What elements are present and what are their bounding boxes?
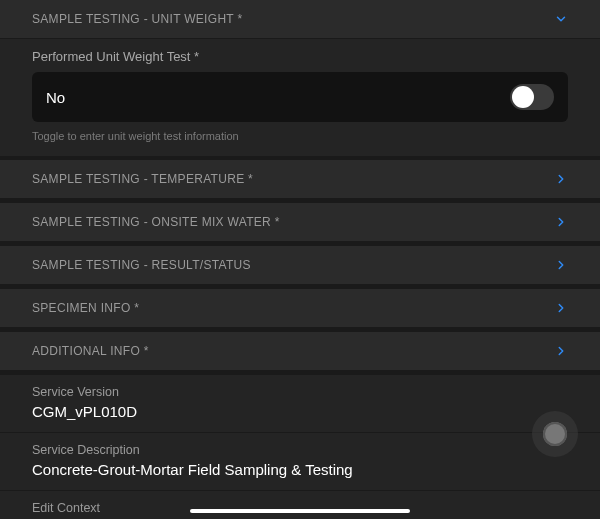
- home-indicator: [190, 509, 410, 513]
- record-icon: [543, 422, 567, 446]
- info-edit-context: Edit Context INSERT: [0, 491, 600, 519]
- info-service-version: Service Version CGM_vPL010D: [0, 375, 600, 433]
- chevron-right-icon: [554, 215, 568, 229]
- service-version-value: CGM_vPL010D: [32, 403, 568, 420]
- info-service-description: Service Description Concrete-Grout-Morta…: [0, 433, 600, 491]
- section-additional-info[interactable]: ADDITIONAL INFO *: [0, 332, 600, 371]
- service-description-label: Service Description: [32, 443, 568, 457]
- floating-action-button[interactable]: [532, 411, 578, 457]
- unit-weight-helper: Toggle to enter unit weight test informa…: [32, 130, 568, 142]
- chevron-right-icon: [554, 344, 568, 358]
- section-unit-weight-title: SAMPLE TESTING - UNIT WEIGHT *: [32, 12, 242, 26]
- unit-weight-value: No: [46, 89, 65, 106]
- section-result-status-title: SAMPLE TESTING - RESULT/STATUS: [32, 258, 251, 272]
- section-temperature-title: SAMPLE TESTING - TEMPERATURE *: [32, 172, 253, 186]
- section-unit-weight-body: Performed Unit Weight Test * No Toggle t…: [0, 39, 600, 156]
- unit-weight-toggle[interactable]: [510, 84, 554, 110]
- chevron-right-icon: [554, 301, 568, 315]
- section-unit-weight[interactable]: SAMPLE TESTING - UNIT WEIGHT *: [0, 0, 600, 39]
- section-mix-water-title: SAMPLE TESTING - ONSITE MIX WATER *: [32, 215, 280, 229]
- section-specimen-info-title: SPECIMEN INFO *: [32, 301, 139, 315]
- chevron-right-icon: [554, 172, 568, 186]
- section-additional-info-title: ADDITIONAL INFO *: [32, 344, 149, 358]
- unit-weight-input-row: No: [32, 72, 568, 122]
- section-result-status[interactable]: SAMPLE TESTING - RESULT/STATUS: [0, 246, 600, 285]
- section-temperature[interactable]: SAMPLE TESTING - TEMPERATURE *: [0, 160, 600, 199]
- unit-weight-field-label: Performed Unit Weight Test *: [32, 49, 568, 64]
- chevron-down-icon: [554, 12, 568, 26]
- section-specimen-info[interactable]: SPECIMEN INFO *: [0, 289, 600, 328]
- service-description-value: Concrete-Grout-Mortar Field Sampling & T…: [32, 461, 568, 478]
- service-version-label: Service Version: [32, 385, 568, 399]
- chevron-right-icon: [554, 258, 568, 272]
- toggle-knob: [512, 86, 534, 108]
- section-mix-water[interactable]: SAMPLE TESTING - ONSITE MIX WATER *: [0, 203, 600, 242]
